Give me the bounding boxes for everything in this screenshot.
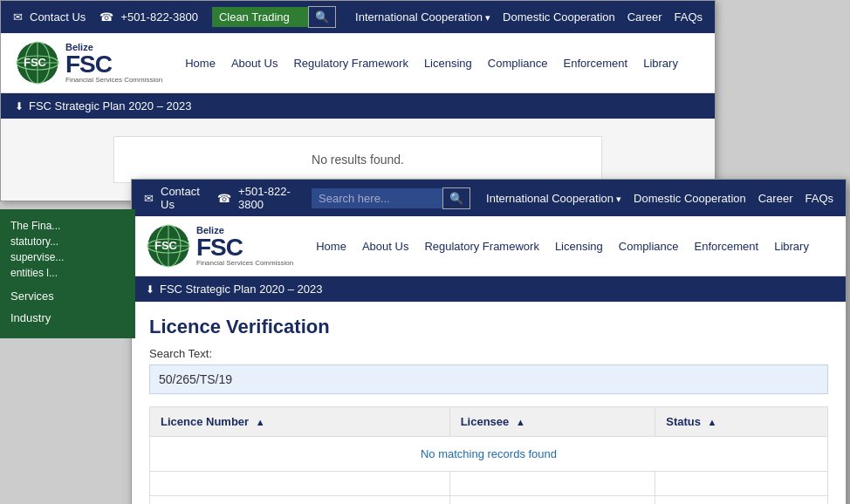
no-results-1: No results found. — [113, 136, 602, 183]
nav-intl-coop-2[interactable]: International Cooperation — [486, 192, 621, 205]
window-2: Contact Us +501-822-3800 🔍 International… — [131, 179, 847, 504]
main-nav-1: Home About Us Regulatory Framework Licen… — [162, 57, 701, 70]
nav-enforcement-1[interactable]: Enforcement — [563, 57, 627, 70]
side-link-services[interactable]: Services — [10, 286, 125, 308]
download-icon-1 — [15, 99, 24, 112]
table-body: No matching records found — [150, 437, 828, 505]
logo-text-1: Belize FSC Financial Services Commission — [65, 43, 162, 84]
topbar-left-1: Contact Us +501-822-3800 🔍 — [13, 6, 339, 28]
col-status[interactable]: Status ▲ — [655, 407, 828, 437]
nav-regulatory-2[interactable]: Regulatory Framework — [424, 240, 539, 253]
nav-enforcement-2[interactable]: Enforcement — [694, 240, 758, 253]
no-records-text: No matching records found — [150, 437, 828, 472]
envelope-icon-2 — [144, 192, 156, 205]
table-header-row: Licence Number ▲ Licensee ▲ Status ▲ — [150, 407, 828, 437]
nav-about-2[interactable]: About Us — [362, 240, 408, 253]
table-header: Licence Number ▲ Licensee ▲ Status ▲ — [150, 407, 828, 437]
banner-text-1: FSC Strategic Plan 2020 – 2023 — [29, 99, 191, 112]
empty-row-2 — [150, 496, 828, 505]
sort-status-icon: ▲ — [708, 417, 717, 427]
nav-about-1[interactable]: About Us — [231, 57, 278, 70]
no-records-row: No matching records found — [150, 437, 828, 472]
col-licence-number[interactable]: Licence Number ▲ — [150, 407, 450, 437]
blue-banner-1: FSC Strategic Plan 2020 – 2023 — [1, 93, 715, 119]
blue-banner-2: FSC Strategic Plan 2020 – 2023 — [132, 276, 846, 302]
download-icon-2 — [146, 283, 154, 296]
nav-home-2[interactable]: Home — [316, 240, 346, 253]
col-licensee[interactable]: Licensee ▲ — [449, 407, 655, 437]
search-input-1[interactable] — [212, 7, 308, 27]
logo-nav-1: FSC Belize FSC Financial Services Commis… — [1, 33, 715, 93]
licence-search-input[interactable] — [149, 364, 828, 394]
banner-text-2: FSC Strategic Plan 2020 – 2023 — [160, 283, 322, 296]
sort-licensee-icon: ▲ — [516, 417, 525, 427]
nav-compliance-1[interactable]: Compliance — [488, 57, 548, 70]
phone-icon-2 — [217, 192, 234, 205]
window-1: Contact Us +501-822-3800 🔍 International… — [0, 0, 716, 201]
envelope-icon-1 — [13, 10, 25, 24]
nav-licensing-1[interactable]: Licensing — [424, 57, 472, 70]
nav-library-1[interactable]: Library — [643, 57, 678, 70]
phone-2: +501-822-3800 — [217, 185, 298, 211]
side-link-industry[interactable]: Industry — [10, 308, 125, 330]
results-table: Licence Number ▲ Licensee ▲ Status ▲ No … — [149, 406, 828, 504]
logo-globe-2: FSC — [146, 223, 191, 269]
nav-library-2[interactable]: Library — [774, 240, 809, 253]
logo-sub-1: Financial Services Commission — [65, 77, 162, 84]
side-links: Services Industry — [10, 286, 125, 330]
logo-fsc-2: FSC — [196, 235, 293, 260]
logo-fsc-1: FSC — [65, 52, 162, 77]
nav-career-1[interactable]: Career — [627, 10, 662, 24]
sort-licence-icon: ▲ — [256, 417, 265, 427]
nav-compliance-2[interactable]: Compliance — [619, 240, 679, 253]
logo-nav-2: FSC Belize FSC Financial Services Commis… — [132, 216, 846, 276]
logo-sub-2: Financial Services Commission — [196, 260, 293, 267]
contact-link-2[interactable]: Contact Us — [144, 185, 203, 211]
svg-text:FSC: FSC — [154, 239, 178, 252]
side-panel-text: The Fina...statutory...supervise...entit… — [10, 218, 125, 281]
logo-globe-1: FSC — [15, 40, 60, 85]
nav-intl-coop-1[interactable]: International Cooperation — [355, 10, 490, 24]
logo-text-2: Belize FSC Financial Services Commission — [196, 226, 293, 267]
topbar-left-2: Contact Us +501-822-3800 🔍 — [144, 185, 470, 211]
search-box-2[interactable]: 🔍 — [312, 187, 470, 209]
search-box-1[interactable]: 🔍 — [212, 6, 336, 28]
nav-faqs-2[interactable]: FAQs — [805, 192, 833, 205]
empty-row-1 — [150, 472, 828, 496]
nav-faqs-1[interactable]: FAQs — [674, 10, 703, 24]
no-results-text-1: No results found. — [312, 153, 404, 167]
licence-section: Licence Verification Search Text: Licenc… — [132, 302, 846, 504]
logo-1: FSC Belize FSC Financial Services Commis… — [15, 40, 162, 85]
topnav-2: International Cooperation Domestic Coope… — [486, 192, 833, 205]
nav-domestic-2[interactable]: Domestic Cooperation — [634, 192, 746, 205]
phone-1: +501-822-3800 — [99, 10, 198, 24]
side-panel: The Fina...statutory...supervise...entit… — [0, 209, 135, 338]
topbar-2: Contact Us +501-822-3800 🔍 International… — [132, 180, 846, 216]
search-button-1[interactable]: 🔍 — [308, 6, 336, 28]
search-label: Search Text: — [149, 347, 828, 360]
licence-title: Licence Verification — [149, 316, 828, 338]
nav-licensing-2[interactable]: Licensing — [555, 240, 603, 253]
nav-regulatory-1[interactable]: Regulatory Framework — [293, 57, 408, 70]
contact-link-1[interactable]: Contact Us — [13, 10, 86, 24]
search-input-2[interactable] — [312, 188, 442, 208]
nav-domestic-1[interactable]: Domestic Cooperation — [503, 10, 615, 24]
logo-2: FSC Belize FSC Financial Services Commis… — [146, 223, 293, 269]
phone-icon-1 — [99, 10, 116, 24]
nav-career-2[interactable]: Career — [758, 192, 793, 205]
topbar-1: Contact Us +501-822-3800 🔍 International… — [1, 1, 715, 33]
topnav-1: International Cooperation Domestic Coope… — [355, 10, 703, 24]
contact-label-1: Contact Us — [30, 10, 86, 24]
contact-label-2: Contact Us — [161, 185, 203, 211]
nav-home-1[interactable]: Home — [185, 57, 216, 70]
svg-text:FSC: FSC — [24, 56, 47, 69]
search-button-2[interactable]: 🔍 — [442, 187, 470, 209]
main-nav-2: Home About Us Regulatory Framework Licen… — [293, 240, 832, 253]
